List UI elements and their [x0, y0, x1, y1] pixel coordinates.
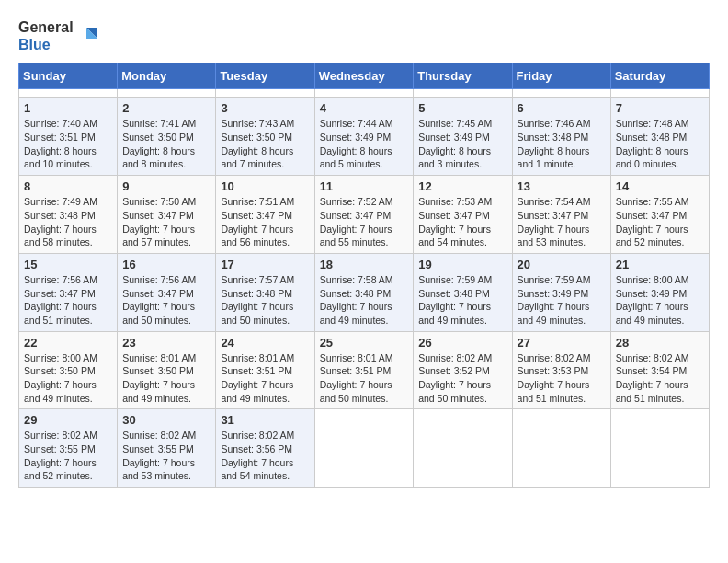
day-info: Sunrise: 7:48 AMSunset: 3:48 PMDaylight:… [616, 117, 704, 171]
calendar-cell: 4Sunrise: 7:44 AMSunset: 3:49 PMDaylight… [314, 98, 414, 176]
col-header-tuesday: Tuesday [216, 63, 314, 89]
day-info: Sunrise: 8:02 AMSunset: 3:52 PMDaylight:… [418, 351, 506, 406]
calendar-cell: 6Sunrise: 7:46 AMSunset: 3:48 PMDaylight… [512, 98, 610, 176]
day-info: Sunrise: 7:52 AMSunset: 3:47 PMDaylight:… [320, 195, 409, 249]
calendar-cell: 12Sunrise: 7:53 AMSunset: 3:47 PMDayligh… [414, 176, 512, 254]
calendar-cell [314, 409, 414, 488]
header: General Blue [18, 18, 710, 53]
day-number: 18 [320, 258, 409, 271]
logo: General Blue [18, 18, 97, 53]
day-info: Sunrise: 7:54 AMSunset: 3:47 PMDaylight:… [518, 195, 606, 249]
day-number: 11 [320, 179, 409, 193]
day-number: 8 [24, 179, 112, 193]
day-info: Sunrise: 7:56 AMSunset: 3:47 PMDaylight:… [24, 273, 112, 327]
day-info: Sunrise: 7:59 AMSunset: 3:48 PMDaylight:… [418, 273, 506, 327]
day-info: Sunrise: 8:02 AMSunset: 3:56 PMDaylight:… [221, 429, 309, 483]
calendar-cell [610, 409, 709, 488]
day-number: 14 [616, 179, 704, 193]
calendar-cell: 14Sunrise: 7:55 AMSunset: 3:47 PMDayligh… [610, 176, 709, 254]
day-number: 13 [518, 179, 606, 193]
day-number: 30 [122, 413, 210, 427]
day-info: Sunrise: 7:41 AMSunset: 3:50 PMDaylight:… [122, 117, 210, 171]
day-info: Sunrise: 8:02 AMSunset: 3:55 PMDaylight:… [24, 429, 112, 483]
calendar-cell: 2Sunrise: 7:41 AMSunset: 3:50 PMDaylight… [118, 98, 216, 176]
col-header-sunday: Sunday [19, 63, 118, 89]
calendar-week-row: 29Sunrise: 8:02 AMSunset: 3:55 PMDayligh… [19, 409, 710, 488]
day-number: 25 [320, 336, 409, 350]
day-info: Sunrise: 8:01 AMSunset: 3:50 PMDaylight:… [122, 351, 210, 406]
day-info: Sunrise: 7:43 AMSunset: 3:50 PMDaylight:… [221, 117, 309, 171]
day-number: 29 [24, 413, 112, 427]
calendar-cell: 23Sunrise: 8:01 AMSunset: 3:50 PMDayligh… [118, 331, 216, 409]
calendar-cell: 16Sunrise: 7:56 AMSunset: 3:47 PMDayligh… [118, 253, 216, 331]
day-number: 6 [518, 101, 606, 115]
day-info: Sunrise: 8:00 AMSunset: 3:49 PMDaylight:… [616, 273, 704, 327]
calendar-cell: 20Sunrise: 7:59 AMSunset: 3:49 PMDayligh… [512, 253, 610, 331]
day-number: 15 [24, 258, 112, 271]
col-header-monday: Monday [118, 63, 216, 89]
day-info: Sunrise: 8:02 AMSunset: 3:54 PMDaylight:… [616, 351, 704, 406]
day-number: 9 [122, 179, 210, 193]
day-number: 31 [221, 413, 309, 427]
calendar-cell [512, 409, 610, 488]
calendar-cell: 15Sunrise: 7:56 AMSunset: 3:47 PMDayligh… [19, 253, 118, 331]
col-header-thursday: Thursday [414, 63, 512, 89]
day-info: Sunrise: 7:46 AMSunset: 3:48 PMDaylight:… [518, 117, 606, 171]
calendar-week-row: 15Sunrise: 7:56 AMSunset: 3:47 PMDayligh… [19, 253, 710, 331]
day-number: 22 [24, 336, 112, 350]
day-number: 16 [122, 258, 210, 271]
day-info: Sunrise: 7:56 AMSunset: 3:47 PMDaylight:… [122, 273, 210, 327]
col-header-wednesday: Wednesday [314, 63, 414, 89]
day-number: 27 [518, 336, 606, 350]
calendar-cell: 19Sunrise: 7:59 AMSunset: 3:48 PMDayligh… [414, 253, 512, 331]
day-number: 1 [24, 101, 112, 115]
calendar-cell: 21Sunrise: 8:00 AMSunset: 3:49 PMDayligh… [610, 253, 709, 331]
calendar-cell: 1Sunrise: 7:40 AMSunset: 3:51 PMDaylight… [19, 98, 118, 176]
calendar-cell: 25Sunrise: 8:01 AMSunset: 3:51 PMDayligh… [314, 331, 414, 409]
day-info: Sunrise: 7:55 AMSunset: 3:47 PMDaylight:… [616, 195, 704, 249]
day-number: 5 [418, 101, 506, 115]
calendar-week-row: 8Sunrise: 7:49 AMSunset: 3:48 PMDaylight… [19, 176, 710, 254]
day-info: Sunrise: 7:44 AMSunset: 3:49 PMDaylight:… [320, 117, 409, 171]
calendar-cell [19, 89, 118, 98]
day-info: Sunrise: 7:40 AMSunset: 3:51 PMDaylight:… [24, 117, 112, 171]
calendar-week-row: 1Sunrise: 7:40 AMSunset: 3:51 PMDaylight… [19, 98, 710, 176]
day-info: Sunrise: 8:00 AMSunset: 3:50 PMDaylight:… [24, 351, 112, 406]
calendar-cell: 10Sunrise: 7:51 AMSunset: 3:47 PMDayligh… [216, 176, 314, 254]
calendar-header-row: SundayMondayTuesdayWednesdayThursdayFrid… [19, 63, 710, 89]
day-number: 10 [221, 179, 309, 193]
logo-text: General Blue [18, 18, 74, 53]
calendar-cell: 22Sunrise: 8:00 AMSunset: 3:50 PMDayligh… [19, 331, 118, 409]
calendar-cell: 13Sunrise: 7:54 AMSunset: 3:47 PMDayligh… [512, 176, 610, 254]
col-header-friday: Friday [512, 63, 610, 89]
day-number: 21 [616, 258, 704, 271]
day-info: Sunrise: 7:59 AMSunset: 3:49 PMDaylight:… [518, 273, 606, 327]
day-info: Sunrise: 7:51 AMSunset: 3:47 PMDaylight:… [221, 195, 309, 249]
calendar-cell [314, 89, 414, 98]
calendar-cell: 31Sunrise: 8:02 AMSunset: 3:56 PMDayligh… [216, 409, 314, 488]
calendar-cell: 3Sunrise: 7:43 AMSunset: 3:50 PMDaylight… [216, 98, 314, 176]
day-number: 12 [418, 179, 506, 193]
day-number: 20 [518, 258, 606, 271]
day-info: Sunrise: 7:50 AMSunset: 3:47 PMDaylight:… [122, 195, 210, 249]
day-number: 17 [221, 258, 309, 271]
day-number: 7 [616, 101, 704, 115]
day-info: Sunrise: 8:01 AMSunset: 3:51 PMDaylight:… [320, 351, 409, 406]
calendar-cell: 5Sunrise: 7:45 AMSunset: 3:49 PMDaylight… [414, 98, 512, 176]
calendar-cell [118, 89, 216, 98]
calendar-cell: 17Sunrise: 7:57 AMSunset: 3:48 PMDayligh… [216, 253, 314, 331]
calendar-cell: 18Sunrise: 7:58 AMSunset: 3:48 PMDayligh… [314, 253, 414, 331]
day-number: 24 [221, 336, 309, 350]
calendar-cell [216, 89, 314, 98]
day-info: Sunrise: 8:02 AMSunset: 3:55 PMDaylight:… [122, 429, 210, 483]
calendar-week-row [19, 89, 710, 98]
day-info: Sunrise: 7:49 AMSunset: 3:48 PMDaylight:… [24, 195, 112, 249]
calendar-cell: 26Sunrise: 8:02 AMSunset: 3:52 PMDayligh… [414, 331, 512, 409]
logo-general: General [18, 19, 74, 35]
day-number: 28 [616, 336, 704, 350]
calendar-cell [414, 409, 512, 488]
calendar-cell: 11Sunrise: 7:52 AMSunset: 3:47 PMDayligh… [314, 176, 414, 254]
day-number: 23 [122, 336, 210, 350]
calendar-cell: 30Sunrise: 8:02 AMSunset: 3:55 PMDayligh… [118, 409, 216, 488]
day-info: Sunrise: 8:01 AMSunset: 3:51 PMDaylight:… [221, 351, 309, 406]
